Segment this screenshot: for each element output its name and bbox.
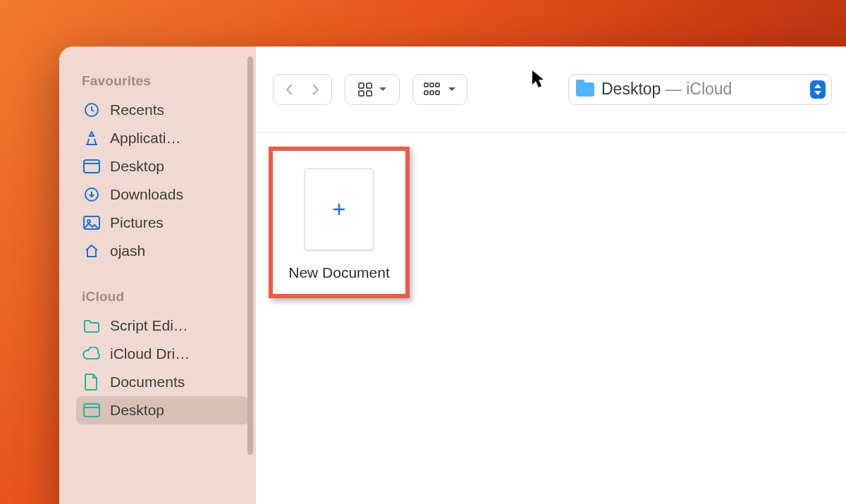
- downloads-icon: [82, 185, 102, 204]
- desktop-icon: [82, 401, 102, 419]
- sidebar-item-label: Desktop: [110, 402, 164, 419]
- sidebar-item-documents[interactable]: Documents: [76, 368, 249, 396]
- sidebar-item-desktop[interactable]: Desktop: [76, 152, 249, 180]
- chevron-down-icon: [448, 86, 456, 93]
- pictures-icon: [82, 214, 102, 232]
- chevron-right-icon: [310, 82, 320, 97]
- sidebar-scrollbar[interactable]: [247, 56, 253, 455]
- cursor-icon: [531, 69, 546, 89]
- svg-rect-10: [359, 91, 364, 96]
- file-new-document[interactable]: New Document: [269, 147, 410, 298]
- file-label: New Document: [288, 264, 390, 281]
- sidebar-item-label: Recents: [110, 102, 164, 118]
- sidebar-item-recents[interactable]: Recents: [76, 96, 249, 124]
- plus-icon: [331, 201, 348, 218]
- sidebar-item-label: Desktop: [110, 158, 164, 175]
- folder-icon: [576, 82, 594, 97]
- toolbar: Desktop — iCloud: [256, 47, 846, 133]
- svg-rect-8: [359, 83, 364, 88]
- finder-window: Favourites Recents Applicati… Desktop: [59, 47, 846, 504]
- sidebar-item-label: Downloads: [110, 186, 183, 203]
- svg-point-5: [87, 220, 90, 223]
- grid-icon: [357, 82, 373, 97]
- chevron-down-icon: [379, 86, 387, 93]
- svg-rect-13: [430, 83, 434, 87]
- sidebar-item-label: iCloud Dri…: [110, 345, 190, 362]
- svg-rect-16: [430, 91, 434, 94]
- sidebar-item-label: Applicati…: [110, 130, 180, 147]
- cloud-icon: [82, 345, 102, 363]
- sidebar-item-icloud-drive[interactable]: iCloud Dri…: [76, 340, 249, 368]
- folder-icon: [82, 316, 102, 335]
- clock-icon: [82, 101, 102, 119]
- location-label: Desktop — iCloud: [601, 80, 732, 99]
- sidebar-item-pictures[interactable]: Pictures: [76, 209, 249, 237]
- desktop-icon: [82, 157, 102, 176]
- sidebar-item-downloads[interactable]: Downloads: [76, 180, 249, 209]
- sidebar-item-label: Documents: [110, 374, 185, 391]
- svg-rect-14: [436, 83, 439, 87]
- svg-rect-9: [367, 83, 372, 88]
- file-grid[interactable]: New Document: [256, 133, 846, 504]
- sidebar-item-applications[interactable]: Applicati…: [76, 124, 249, 152]
- sidebar-item-icloud-desktop[interactable]: Desktop: [76, 396, 249, 424]
- svg-rect-6: [84, 404, 99, 417]
- svg-rect-1: [84, 160, 99, 173]
- sidebar-item-label: ojash: [110, 242, 145, 259]
- group-icon: [424, 82, 442, 97]
- location-popup-button[interactable]: Desktop — iCloud: [568, 74, 832, 105]
- chevron-left-icon: [285, 82, 295, 97]
- view-mode-button[interactable]: [345, 74, 400, 105]
- up-down-icon: [810, 80, 826, 99]
- content-area: Desktop — iCloud New Document: [256, 47, 846, 504]
- sidebar-section-icloud: iCloud: [82, 289, 249, 305]
- sidebar-section-favourites: Favourites: [82, 73, 249, 89]
- desktop-background: Favourites Recents Applicati… Desktop: [0, 0, 846, 504]
- sidebar-item-home[interactable]: ojash: [76, 237, 249, 265]
- svg-rect-12: [424, 83, 428, 87]
- sidebar: Favourites Recents Applicati… Desktop: [59, 47, 256, 504]
- sidebar-item-label: Pictures: [110, 214, 164, 231]
- applications-icon: [82, 129, 102, 147]
- new-document-thumb: [305, 168, 374, 250]
- nav-back-forward[interactable]: [273, 74, 332, 105]
- document-icon: [82, 373, 102, 391]
- group-by-button[interactable]: [412, 74, 467, 105]
- sidebar-item-script-editor[interactable]: Script Edi…: [76, 312, 249, 340]
- svg-rect-15: [424, 91, 428, 94]
- svg-rect-11: [367, 91, 372, 96]
- home-icon: [82, 242, 102, 260]
- sidebar-item-label: Script Edi…: [110, 317, 188, 334]
- svg-rect-17: [436, 91, 439, 94]
